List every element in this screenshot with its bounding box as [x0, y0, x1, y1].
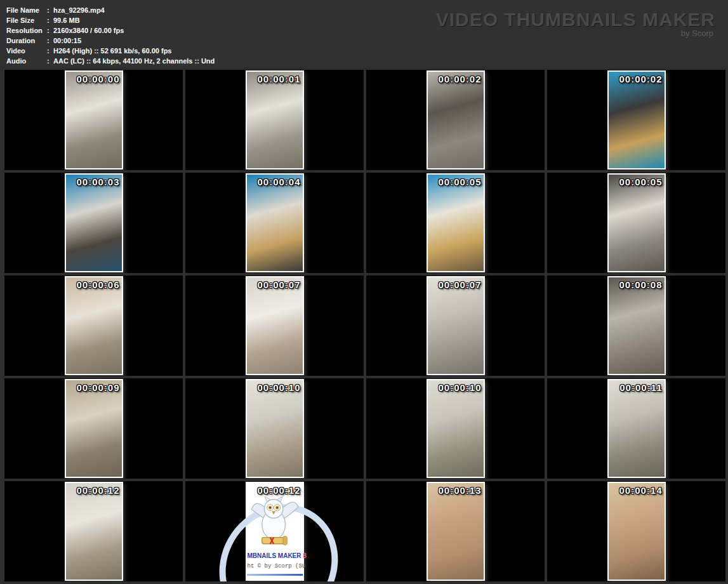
meta-separator: : — [47, 56, 53, 66]
timestamp-label: 00:00:07 — [438, 279, 481, 290]
thumbnail-cell: 00:00:10 — [185, 378, 364, 479]
thumbnail-cell: 00:00:08 — [547, 275, 725, 376]
meta-value: 00:00:15 — [53, 37, 81, 44]
thumbnail-cell: 00:00:05 — [366, 173, 545, 273]
meta-label: Video — [6, 46, 47, 56]
timestamp-label: 00:00:05 — [619, 176, 662, 187]
meta-separator: : — [47, 36, 53, 46]
logo-title-fragment: MBNAILS MAKER 8 — [248, 552, 307, 559]
timestamp-label: 00:00:04 — [257, 176, 300, 187]
video-thumbnail: 00:00:07 — [246, 276, 304, 375]
thumbnail-cell: 00:00:04 — [185, 173, 364, 273]
thumbnail-cell: 00:00:06 — [4, 275, 183, 376]
timestamp-label: 00:00:03 — [76, 176, 119, 187]
thumbnail-grid: 00:00:00 00:00:01 00:00:02 00:00:02 00:0… — [0, 67, 728, 584]
meta-separator: : — [47, 46, 53, 56]
thumbnail-cell: 00:00:05 — [547, 173, 725, 273]
meta-label: Audio — [6, 56, 47, 66]
meta-row-video: Video:H264 (High) :: 52 691 kb/s, 60.00 … — [6, 46, 728, 56]
logo-copyright-text: ht © by Scorp (SU — [248, 563, 306, 569]
thumbnail-cell: 00:00:02 — [547, 70, 725, 170]
video-thumbnail: 00:00:10 — [427, 379, 485, 478]
thumbnail-cell: 00:00:07 — [185, 275, 364, 376]
app-branding: VIDEO THUMBNAILS MAKER by Scorp — [436, 9, 715, 38]
thumbnail-cell: 00:00:14 — [547, 481, 725, 581]
timestamp-label: 00:00:00 — [76, 74, 119, 84]
meta-value: AAC (LC) :: 64 kbps, 44100 Hz, 2 channel… — [53, 57, 215, 65]
video-thumbnail: 00:00:04 — [246, 173, 304, 272]
meta-separator: : — [47, 5, 53, 15]
timestamp-label: 00:00:05 — [438, 176, 481, 187]
thumbnail-cell: 00:00:11 — [547, 378, 725, 479]
thumbnail-cell: 00:00:01 — [185, 70, 364, 170]
video-thumbnail: 00:00:12 — [65, 482, 123, 581]
video-thumbnail: 00:00:09 — [65, 379, 123, 478]
thumbnail-cell: 00:00:13 — [366, 481, 545, 581]
video-thumbnail: 00:00:05 — [427, 173, 485, 272]
thumbnail-cell: 00:00:10 — [366, 378, 545, 479]
timestamp-label: 00:00:01 — [257, 74, 300, 84]
meta-separator: : — [47, 15, 53, 25]
meta-value: 99.6 MB — [53, 17, 80, 24]
meta-value: hza_92296.mp4 — [53, 6, 105, 14]
meta-label: File Size — [6, 15, 47, 25]
meta-row-audio: Audio:AAC (LC) :: 64 kbps, 44100 Hz, 2 c… — [6, 56, 728, 66]
timestamp-label: 00:00:12 — [76, 485, 119, 496]
video-thumbnail: 00:00:10 — [246, 379, 304, 478]
video-thumbnail: 00:00:08 — [607, 276, 666, 375]
meta-label: Resolution — [6, 25, 47, 36]
timestamp-label: 00:00:12 — [257, 485, 300, 496]
timestamp-label: 00:00:09 — [76, 382, 119, 393]
video-thumbnail: 00:00:13 — [427, 482, 485, 581]
header-bar: File Name:hza_92296.mp4 File Size:99.6 M… — [0, 0, 728, 67]
thumbnail-cell: 00:00:12 MBNAILS MAKER 8 ht © by Scorp (… — [185, 481, 364, 581]
thumbnail-cell: 00:00:07 — [366, 275, 545, 376]
meta-value: H264 (High) :: 52 691 kb/s, 60.00 fps — [53, 47, 171, 55]
video-thumbnail: 00:00:03 — [65, 173, 123, 272]
timestamp-label: 00:00:07 — [257, 279, 300, 290]
video-thumbnail: 00:00:00 — [65, 70, 123, 169]
thumbnail-cell: 00:00:00 — [4, 70, 183, 170]
meta-separator: : — [47, 25, 53, 36]
video-thumbnail: 00:00:02 — [427, 70, 485, 169]
thumbnail-cell: 00:00:09 — [4, 378, 183, 479]
timestamp-label: 00:00:10 — [438, 382, 481, 393]
video-thumbnail: 00:00:01 — [246, 70, 304, 169]
timestamp-label: 00:00:02 — [619, 74, 662, 84]
thumbnail-cell: 00:00:12 — [4, 481, 183, 581]
video-thumbnail: 00:00:14 — [607, 482, 666, 581]
timestamp-label: 00:00:08 — [619, 279, 662, 290]
timestamp-label: 00:00:11 — [619, 382, 662, 393]
logo-version-text: 8 — [303, 552, 307, 559]
meta-value: 2160x3840 / 60.00 fps — [53, 27, 124, 34]
meta-label: Duration — [6, 36, 47, 46]
video-thumbnail: 00:00:02 — [607, 70, 666, 169]
logo-bottom-bar — [247, 574, 303, 576]
video-thumbnail: 00:00:07 — [427, 276, 485, 375]
logo-title-text: MBNAILS MAKER — [248, 552, 303, 559]
timestamp-label: 00:00:06 — [76, 279, 119, 290]
video-thumbnail: 00:00:11 — [607, 379, 666, 478]
thumbnail-cell: 00:00:03 — [4, 173, 183, 273]
timestamp-label: 00:00:10 — [257, 382, 300, 393]
video-thumbnail: 00:00:05 — [607, 173, 666, 272]
timestamp-label: 00:00:02 — [438, 74, 481, 84]
thumbnail-cell: 00:00:02 — [366, 70, 545, 170]
video-thumbnail: 00:00:06 — [65, 276, 123, 375]
video-thumbnail: 00:00:12 MBNAILS MAKER 8 ht © by Scorp (… — [246, 482, 304, 581]
app-title: VIDEO THUMBNAILS MAKER — [436, 9, 715, 30]
timestamp-label: 00:00:13 — [438, 485, 481, 496]
owl-logo-icon — [247, 491, 303, 549]
timestamp-label: 00:00:14 — [619, 485, 662, 496]
meta-label: File Name — [6, 5, 47, 15]
